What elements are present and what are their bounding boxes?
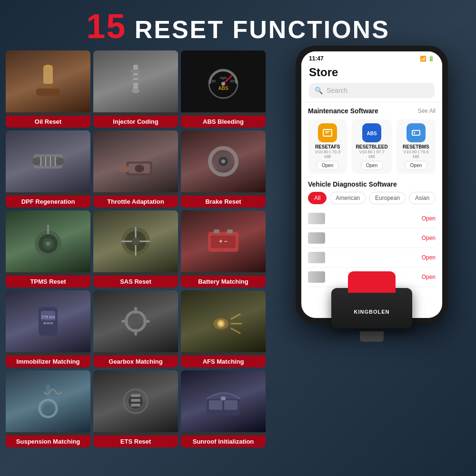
status-time: 11:47	[309, 55, 324, 62]
vehicle-logo-4	[308, 271, 325, 283]
vehicle-logo-3	[308, 252, 325, 263]
filter-tabs: All American European Asian	[308, 192, 436, 204]
search-icon: 🔍	[315, 87, 323, 94]
logo-placeholder-2	[308, 232, 325, 244]
svg-text:+  −: + −	[219, 238, 227, 245]
svg-point-30	[221, 159, 225, 163]
func-item-immobilizer-matching[interactable]: 278 km Immobilizer Matching	[6, 290, 90, 367]
func-label-battery-matching: Battery Matching	[181, 276, 266, 288]
logo-placeholder-1	[308, 213, 325, 224]
func-label-afs-matching: AFS Matching	[181, 356, 266, 367]
ets-icon	[117, 382, 155, 420]
resetafs-open-btn[interactable]: Open	[317, 161, 338, 170]
vehicle-open-1[interactable]: Open	[422, 215, 436, 222]
resetbleed-icon: ABS	[362, 123, 381, 142]
func-label-tpms-reset: TPMS Reset	[6, 276, 90, 288]
obd-body: KINGBOLEN	[331, 288, 412, 328]
func-item-afs-matching[interactable]: AFS Matching	[181, 290, 266, 367]
svg-point-55	[132, 317, 139, 325]
filter-tab-european[interactable]: European	[369, 192, 406, 204]
func-item-tpms-reset[interactable]: TPMS Reset	[6, 210, 90, 288]
svg-rect-57	[134, 329, 137, 336]
injector-icon	[117, 62, 155, 100]
see-all-link[interactable]: See All	[418, 108, 436, 114]
svg-rect-26	[119, 166, 129, 172]
func-item-throttle-adaptation[interactable]: Throttle Adaptation	[93, 130, 178, 208]
oil-icon	[29, 62, 67, 100]
svg-point-21	[32, 158, 40, 165]
filter-tab-all[interactable]: All	[308, 192, 327, 204]
func-item-injector-coding[interactable]: Injector Coding	[93, 50, 178, 128]
func-item-suspension-matching[interactable]: Suspension Matching	[6, 370, 90, 447]
svg-rect-58	[121, 320, 128, 323]
resetbleed-open-btn[interactable]: Open	[361, 161, 383, 170]
sw-card-resetbms[interactable]: RESETBMS V10.80 | 79.6 MB Open	[397, 119, 436, 174]
resetafs-icon	[318, 123, 337, 142]
svg-point-63	[219, 322, 223, 326]
phone-status-bar: 11:47 📶 🔋	[301, 51, 442, 64]
svg-rect-56	[134, 307, 137, 314]
svg-text:ABS: ABS	[367, 131, 377, 136]
throttle-icon	[117, 142, 155, 180]
store-title: Store	[309, 66, 435, 79]
search-bar[interactable]: 🔍 Search	[309, 83, 435, 98]
obd-device: KINGBOLEN	[329, 271, 415, 333]
func-label-brake-reset: Brake Reset	[181, 196, 266, 208]
svg-rect-75	[221, 397, 226, 400]
svg-point-22	[56, 158, 64, 165]
svg-text:200: 200	[230, 79, 236, 83]
func-label-sunroof-initialization: Sunroof Initialization	[181, 436, 266, 447]
status-icons: 📶 🔋	[420, 56, 435, 62]
obd-device-wrapper: KINGBOLEN	[329, 271, 415, 333]
reset-title: RESET FUNCTIONS	[126, 16, 390, 43]
vehicle-list-item-3: Open	[308, 248, 436, 268]
svg-rect-0	[43, 67, 53, 84]
phone-body: Maintenance Software See All RESETAFS V1…	[301, 102, 442, 292]
func-label-injector-coding: Injector Coding	[93, 116, 178, 128]
func-item-battery-matching[interactable]: + − Battery Matching	[181, 210, 266, 288]
svg-rect-50	[43, 322, 46, 324]
filter-tab-american[interactable]: American	[329, 192, 366, 204]
func-item-ets-reset[interactable]: ETS Reset	[93, 370, 178, 447]
obd-connector	[360, 331, 384, 342]
logo-placeholder-3	[308, 252, 325, 263]
vehicle-logo-1	[308, 213, 325, 224]
func-item-gearbox-matching[interactable]: Gearbox Matching	[93, 290, 178, 367]
svg-rect-71	[131, 404, 140, 407]
func-label-sas-reset: SAS Reset	[93, 276, 178, 288]
resetbleed-version: V10.80 | 97.7 MB	[356, 149, 387, 159]
vehicle-open-2[interactable]: Open	[422, 235, 436, 241]
svg-rect-2	[36, 89, 60, 96]
func-label-immobilizer-matching: Immobilizer Matching	[6, 356, 90, 367]
func-item-oil-reset[interactable]: Oil Reset	[6, 50, 90, 128]
sas-icon	[117, 222, 155, 260]
resetbms-version: V10.80 | 79.6 MB	[400, 149, 432, 159]
sw-card-resetafs[interactable]: RESETAFS V10.80 | 70.3 MB Open	[308, 119, 347, 174]
search-placeholder-text: Search	[327, 87, 347, 94]
sunroof-icon	[204, 382, 242, 420]
svg-rect-80	[412, 130, 420, 135]
sw-card-resetbleed[interactable]: ABS RESETBLEED V10.80 | 97.7 MB Open	[352, 119, 391, 174]
svg-point-34	[46, 241, 50, 246]
brake-icon	[204, 142, 242, 180]
resetafs-version: V10.80 | 70.3 MB	[312, 149, 343, 159]
immobilizer-icon: 278 km	[29, 302, 67, 340]
svg-point-7	[132, 89, 139, 93]
svg-rect-35	[47, 225, 49, 234]
func-item-sunroof-initialization[interactable]: Sunroof Initialization	[181, 370, 266, 447]
resetbms-open-btn[interactable]: Open	[405, 161, 427, 170]
gearbox-icon	[117, 302, 155, 340]
vehicle-open-3[interactable]: Open	[422, 254, 436, 261]
vehicle-open-4[interactable]: Open	[422, 274, 436, 280]
svg-rect-51	[47, 322, 50, 324]
func-item-sas-reset[interactable]: SAS Reset	[93, 210, 178, 288]
filter-tab-asian[interactable]: Asian	[409, 192, 436, 204]
svg-text:mph: mph	[220, 76, 227, 80]
func-label-abs-bleeding: ABS Bleeding	[181, 116, 266, 128]
svg-text:ABS: ABS	[218, 86, 228, 91]
resetbms-icon	[407, 123, 426, 142]
func-item-brake-reset[interactable]: Brake Reset	[181, 130, 266, 208]
right-section: 11:47 📶 🔋 Store 🔍 Search	[273, 50, 470, 447]
func-item-abs-bleeding[interactable]: ABS 60 200 mph ABS Bleeding	[181, 50, 266, 128]
func-item-dpf-regeneration[interactable]: DPF Regeneration	[6, 130, 90, 208]
